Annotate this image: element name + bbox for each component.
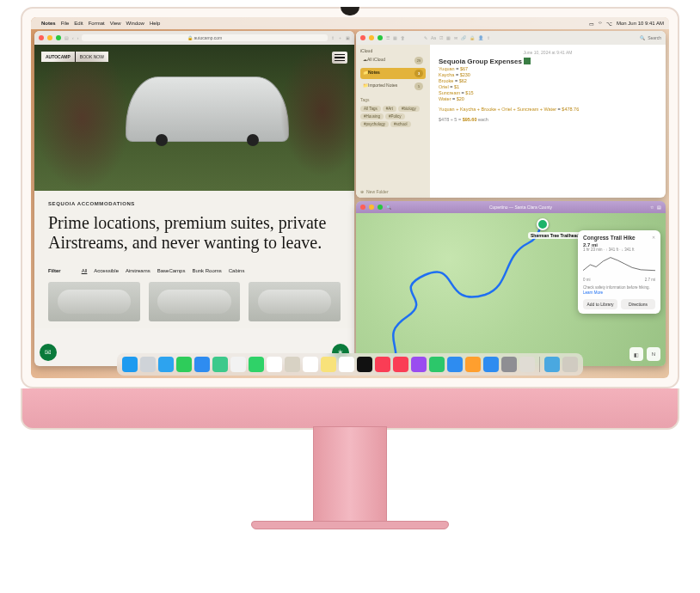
dock-app-finder[interactable] <box>122 357 138 372</box>
window-zoom-icon[interactable] <box>378 205 383 210</box>
filter-bunkrooms[interactable]: Bunk Rooms <box>192 268 221 273</box>
table-icon[interactable]: ▦ <box>446 35 451 40</box>
share-note-icon[interactable]: ⇧ <box>487 35 490 40</box>
trailhead-pin-icon[interactable] <box>537 218 549 230</box>
folder-all-icloud[interactable]: ☁ All iCloud 29 <box>360 55 426 66</box>
sidebar-toggle-icon[interactable]: ▤ <box>64 35 69 40</box>
map-3d-toggle-icon[interactable]: ◧ <box>629 347 643 361</box>
dock-app-safari[interactable] <box>158 357 174 372</box>
lock-note-icon[interactable]: 🔒 <box>470 35 475 40</box>
checklist-icon[interactable]: ☑ <box>439 35 443 40</box>
dock-app-photos[interactable] <box>230 357 246 372</box>
dock-app-settings[interactable] <box>501 357 517 372</box>
dock-app-podcasts[interactable] <box>411 357 427 372</box>
book-now-button[interactable]: BOOK NOW <box>76 52 108 62</box>
dock-app-notes[interactable] <box>321 357 336 372</box>
filter-accessible[interactable]: Accessible <box>94 268 119 273</box>
menu-window[interactable]: Window <box>126 21 144 26</box>
window-min-icon[interactable] <box>369 205 374 210</box>
dock-app-freeform[interactable] <box>339 357 354 372</box>
collaborate-icon[interactable]: 👤 <box>478 35 483 40</box>
media-icon[interactable]: ✉ <box>454 35 457 40</box>
window-min-icon[interactable] <box>369 35 374 40</box>
filter-cabins[interactable]: Cabins <box>229 268 245 273</box>
grid-view-icon[interactable]: ▦ <box>393 35 397 40</box>
compass-icon[interactable]: N <box>647 347 660 361</box>
filter-all[interactable]: All <box>82 268 88 273</box>
hamburger-menu-icon[interactable] <box>332 52 347 64</box>
dock-app-news[interactable] <box>393 357 408 372</box>
new-tab-icon[interactable]: ＋ <box>338 35 342 40</box>
tag-chip[interactable]: #psychology <box>360 121 389 127</box>
menu-format[interactable]: Format <box>89 21 105 26</box>
tabs-icon[interactable]: ▣ <box>346 35 350 40</box>
dock-app-contacts[interactable] <box>285 357 300 372</box>
dock-app-maps[interactable] <box>212 357 228 372</box>
wifi-status-icon[interactable]: ⌔ <box>599 21 602 26</box>
compose-note-icon[interactable]: ✎ <box>424 35 427 40</box>
listing-card[interactable] <box>48 282 140 321</box>
window-zoom-icon[interactable] <box>378 35 383 40</box>
add-to-library-button[interactable]: Add to Library <box>583 299 617 309</box>
menu-view[interactable]: View <box>110 21 121 26</box>
folder-imported[interactable]: 📁 Imported Notes 5 <box>360 81 426 92</box>
tag-chip[interactable]: #Policy <box>385 113 405 119</box>
tag-chip[interactable]: All Tags <box>360 106 381 112</box>
dock-app-numbers[interactable] <box>429 357 445 372</box>
maps-bookmark-icon[interactable]: ☆ <box>650 205 654 210</box>
nav-back-icon[interactable]: ‹ <box>72 35 74 40</box>
menu-datetime[interactable]: Mon Jun 10 9:41 AM <box>617 21 664 26</box>
tag-chip[interactable]: #Art <box>383 106 396 112</box>
window-zoom-icon[interactable] <box>56 35 61 40</box>
window-close-icon[interactable] <box>360 35 365 40</box>
tag-chip[interactable]: #Housing <box>360 113 384 119</box>
delete-note-icon[interactable]: 🗑 <box>401 35 405 40</box>
control-center-icon[interactable]: ⌥ <box>606 21 612 27</box>
menu-help[interactable]: Help <box>150 21 160 26</box>
share-icon[interactable]: ⇧ <box>331 35 335 40</box>
dock-tray-trash[interactable] <box>562 357 578 372</box>
listing-card[interactable] <box>249 282 341 321</box>
maps-search-icon[interactable]: 🔍 <box>386 205 391 210</box>
dock-app-music[interactable] <box>375 357 390 372</box>
tag-chip[interactable]: #biology <box>398 106 420 112</box>
list-view-icon[interactable]: ☰ <box>386 35 390 40</box>
window-min-icon[interactable] <box>47 35 52 40</box>
map-canvas[interactable]: Sherman Tree Trailhead ✕ Congress Trail … <box>356 213 666 366</box>
listing-card[interactable] <box>149 282 241 321</box>
format-icon[interactable]: Aa <box>431 35 436 40</box>
dock-app-launchpad[interactable] <box>140 357 156 372</box>
dock-app-messages[interactable] <box>176 357 192 372</box>
menu-edit[interactable]: Edit <box>74 21 83 26</box>
filter-airstreams[interactable]: Airstreams <box>126 268 150 273</box>
menu-file[interactable]: File <box>61 21 70 26</box>
dock-app-calendar[interactable] <box>267 357 282 372</box>
tag-chip[interactable]: #school <box>390 121 411 127</box>
filter-basecamps[interactable]: BaseCamps <box>157 268 186 273</box>
dock-app-reminders[interactable] <box>303 357 318 372</box>
dock-app-mail[interactable] <box>194 357 210 372</box>
dock-app-dictionary[interactable] <box>519 357 535 372</box>
window-close-icon[interactable] <box>360 205 365 210</box>
nav-fwd-icon[interactable]: › <box>77 35 79 40</box>
learn-more-link[interactable]: Learn More <box>583 290 655 296</box>
site-logo[interactable]: AUTOCAMP <box>41 52 76 62</box>
notes-search-input[interactable]: Search <box>648 35 661 40</box>
pin-label[interactable]: Sherman Tree Trailhead <box>528 232 581 239</box>
battery-status-icon[interactable]: ▭ <box>589 21 594 27</box>
close-card-icon[interactable]: ✕ <box>652 235 655 240</box>
new-folder-button[interactable]: ⊕ New Folder <box>360 189 426 194</box>
link-icon[interactable]: 🔗 <box>461 35 466 40</box>
dock-app-tv[interactable] <box>357 357 372 372</box>
window-close-icon[interactable] <box>39 35 44 40</box>
directions-button[interactable]: Directions <box>621 299 655 309</box>
dock-tray-downloads[interactable] <box>544 357 560 372</box>
dock-app-facetime[interactable] <box>249 357 264 372</box>
note-editor[interactable]: June 10, 2024 at 9:41 AM Sequoia Group E… <box>430 45 666 198</box>
map-mode-icon[interactable]: ▤ <box>657 205 661 210</box>
dock-app-appstore[interactable] <box>483 357 499 372</box>
menu-app-name[interactable]: Notes <box>41 21 56 26</box>
folder-notes[interactable]: 📁 Notes 3 <box>360 68 426 79</box>
dock-app-pages[interactable] <box>465 357 481 372</box>
dock-app-keynote[interactable] <box>447 357 463 372</box>
